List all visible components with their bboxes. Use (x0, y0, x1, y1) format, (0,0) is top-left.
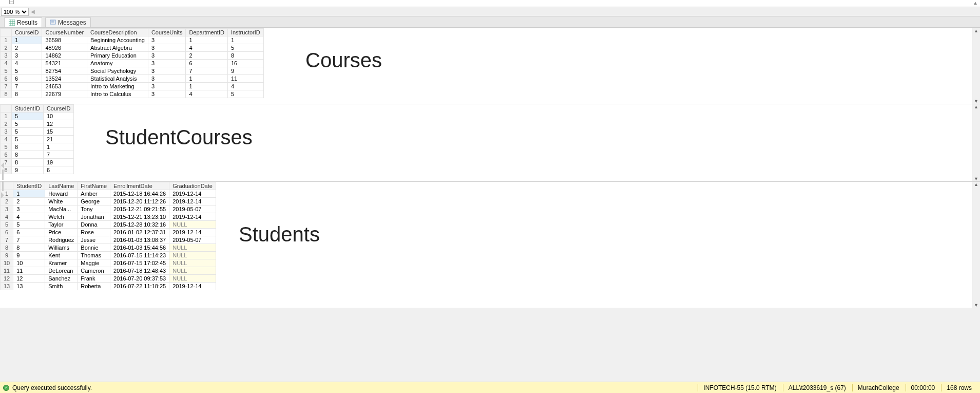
cell[interactable]: 2016-07-15 17:02:45 (110, 259, 169, 267)
row-number[interactable]: 1 (1, 36, 12, 44)
cell[interactable]: Cameron (78, 267, 110, 275)
row-number[interactable]: 2 (1, 120, 12, 128)
table-row[interactable]: 896 (1, 166, 74, 174)
column-header[interactable]: CourseNumber (42, 29, 87, 36)
zoom-select[interactable]: 100 % (1, 8, 29, 16)
table-row[interactable]: 2512 (1, 120, 74, 128)
cell[interactable]: 2019-12-14 (169, 213, 216, 221)
row-number[interactable]: 5 (1, 143, 12, 151)
scroll-up-icon[interactable]: ▲ (974, 182, 978, 187)
scroll-up-icon[interactable]: ▲ (974, 28, 978, 33)
cell[interactable]: 8 (12, 159, 44, 166)
cell[interactable]: Primary Education (87, 52, 148, 60)
table-row[interactable]: 55TaylorDonna2015-12-28 10:32:16NULL (1, 221, 216, 229)
cell[interactable]: 8 (227, 52, 263, 60)
cell[interactable]: Social Psychology (87, 67, 148, 75)
scroll-up-icon[interactable]: ▲ (974, 104, 978, 109)
cell[interactable]: Abstract Algebra (87, 44, 148, 52)
row-number[interactable]: 6 (1, 151, 12, 159)
cell[interactable]: 4 (227, 83, 263, 90)
cell[interactable]: Smith (45, 283, 78, 290)
row-number[interactable]: 7 (1, 236, 13, 244)
cell[interactable]: 48926 (42, 44, 87, 52)
row-number[interactable]: 12 (1, 275, 13, 283)
nav-prev-icon[interactable]: ◀ (31, 9, 35, 14)
cell[interactable]: 6 (12, 75, 42, 83)
row-number[interactable]: 8 (1, 244, 13, 252)
cell[interactable]: 8 (12, 151, 44, 159)
cell[interactable]: Rodriguez (45, 236, 78, 244)
cell[interactable]: Rose (78, 229, 110, 236)
row-number[interactable]: 3 (1, 205, 13, 213)
cell[interactable]: 2016-07-20 09:37:53 (110, 275, 169, 283)
cell[interactable]: 9 (12, 166, 44, 174)
cell[interactable]: Maggie (78, 259, 110, 267)
table-row[interactable]: 22WhiteGeorge2015-12-20 11:12:262019-12-… (1, 198, 216, 205)
cell[interactable]: Thomas (78, 252, 110, 259)
cell[interactable]: 2016-01-03 13:08:37 (110, 236, 169, 244)
cell[interactable]: 2 (12, 44, 42, 52)
table-row[interactable]: 581 (1, 143, 74, 151)
cell[interactable]: 1 (186, 36, 227, 44)
cell[interactable]: 12 (13, 275, 45, 283)
cell[interactable]: 16 (227, 60, 263, 67)
cell[interactable]: 2015-12-20 11:12:26 (110, 198, 169, 205)
grid-studentcourses[interactable]: StudentIDCourseID15102512351545215816877… (0, 104, 74, 174)
cell[interactable]: 1 (227, 36, 263, 44)
cell[interactable]: Donna (78, 221, 110, 229)
cell[interactable]: 6 (186, 60, 227, 67)
cell[interactable]: 13524 (42, 75, 87, 83)
table-row[interactable]: 4521 (1, 136, 74, 143)
tab-results[interactable]: Results (4, 17, 42, 27)
cell[interactable]: Jesse (78, 236, 110, 244)
cell[interactable]: NULL (169, 275, 216, 283)
cell[interactable]: 11 (227, 75, 263, 83)
column-header[interactable]: CourseID (43, 105, 73, 113)
cell[interactable]: 3 (148, 36, 186, 44)
cell[interactable]: Kramer (45, 259, 78, 267)
cell[interactable]: NULL (169, 259, 216, 267)
cell[interactable]: 7 (12, 83, 42, 90)
table-row[interactable]: 1111DeLoreanCameron2016-07-18 12:48:43NU… (1, 267, 216, 275)
row-number[interactable]: 5 (1, 67, 12, 75)
row-number[interactable]: 6 (1, 75, 12, 83)
row-number[interactable]: 7 (1, 83, 12, 90)
column-header[interactable]: CourseID (12, 29, 42, 36)
cell[interactable]: Intro to Marketing (87, 83, 148, 90)
cell[interactable]: 5 (13, 221, 45, 229)
grid-courses[interactable]: CourseIDCourseNumberCourseDescriptionCou… (0, 28, 264, 98)
column-header[interactable]: GraduationDate (169, 182, 216, 190)
cell[interactable]: Tony (78, 205, 110, 213)
cell[interactable]: 4 (186, 44, 227, 52)
cell[interactable]: 2 (13, 198, 45, 205)
cell[interactable]: 82754 (42, 67, 87, 75)
table-row[interactable]: 8822679Intro to Calculus345 (1, 90, 264, 98)
cell[interactable]: 14862 (42, 52, 87, 60)
cell[interactable]: 8 (12, 90, 42, 98)
cell[interactable]: Anatomy (87, 60, 148, 67)
cell[interactable]: DeLorean (45, 267, 78, 275)
cell[interactable]: 3 (148, 75, 186, 83)
scroll-down-icon[interactable]: ▼ (974, 176, 978, 181)
cell[interactable]: 1 (186, 75, 227, 83)
cell[interactable]: 2019-12-14 (169, 229, 216, 236)
table-row[interactable]: 44WelchJonathan2015-12-21 13:23:102019-1… (1, 213, 216, 221)
column-header[interactable]: EnrollmentDate (110, 182, 169, 190)
table-row[interactable]: 1313SmithRoberta2016-07-22 11:18:252019-… (1, 283, 216, 290)
cell[interactable]: George (78, 198, 110, 205)
cell[interactable]: 2015-12-28 10:32:16 (110, 221, 169, 229)
cell[interactable]: 2019-12-14 (169, 198, 216, 205)
cell[interactable]: White (45, 198, 78, 205)
cell[interactable]: NULL (169, 244, 216, 252)
cell[interactable]: Statistical Analysis (87, 75, 148, 83)
table-row[interactable]: 99KentThomas2016-07-15 11:14:23NULL (1, 252, 216, 259)
row-number[interactable]: 2 (1, 198, 13, 205)
column-header[interactable]: CourseDescription (87, 29, 148, 36)
row-number[interactable]: 4 (1, 60, 12, 67)
table-row[interactable]: 66PriceRose2016-01-02 12:37:312019-12-14 (1, 229, 216, 236)
cell[interactable]: 6 (13, 229, 45, 236)
cell[interactable]: 2019-12-14 (169, 190, 216, 198)
cell[interactable]: 8 (12, 143, 44, 151)
cell[interactable]: 1 (186, 83, 227, 90)
cell[interactable]: 36598 (42, 36, 87, 44)
